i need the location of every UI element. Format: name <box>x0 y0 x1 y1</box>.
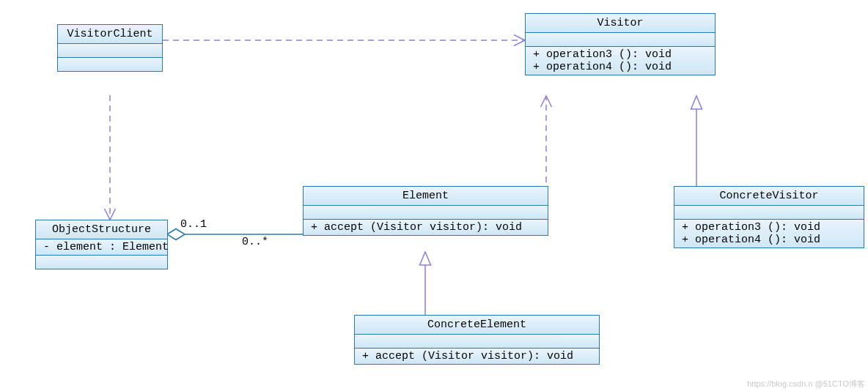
empty-section <box>674 206 864 220</box>
multiplicity-left: 0..1 <box>180 218 207 231</box>
operation: + accept (Visitor visitor): void <box>355 349 599 364</box>
uml-diagram: VisitorClient Visitor + operation3 (): v… <box>0 0 868 391</box>
empty-section <box>58 44 162 58</box>
class-name: ConcreteVisitor <box>674 187 864 206</box>
empty-section <box>304 206 548 220</box>
op-text: + operation4 (): void <box>682 234 820 246</box>
class-concrete-visitor: ConcreteVisitor + operation3 (): void + … <box>674 186 864 248</box>
class-name: Element <box>304 187 548 206</box>
op-text: + operation3 (): void <box>533 48 672 61</box>
empty-section <box>526 33 715 47</box>
class-element: Element + accept (Visitor visitor): void <box>303 186 548 236</box>
operation: + operation3 (): void + operation4 (): v… <box>526 47 715 75</box>
operation: + operation3 (): void + operation4 (): v… <box>674 220 864 247</box>
multiplicity-right: 0..* <box>242 236 268 248</box>
class-name: VisitorClient <box>58 25 162 44</box>
op-text: + operation3 (): void <box>682 221 820 234</box>
class-visitor-client: VisitorClient <box>57 24 163 72</box>
class-visitor: Visitor + operation3 (): void + operatio… <box>525 13 716 75</box>
empty-section <box>58 58 162 71</box>
class-name: Visitor <box>526 14 715 33</box>
class-name: ConcreteElement <box>355 316 599 335</box>
class-name: ObjectStructure <box>36 220 167 239</box>
empty-section <box>36 256 167 269</box>
op-text: + operation4 (): void <box>533 61 672 73</box>
empty-section <box>355 335 599 349</box>
operation: + accept (Visitor visitor): void <box>304 220 548 235</box>
class-object-structure: ObjectStructure - element : Element <box>35 220 168 269</box>
class-concrete-element: ConcreteElement + accept (Visitor visito… <box>354 315 600 365</box>
watermark: https://blog.csdn.n @51CTO博客 <box>747 379 865 390</box>
attribute: - element : Element <box>36 239 167 256</box>
